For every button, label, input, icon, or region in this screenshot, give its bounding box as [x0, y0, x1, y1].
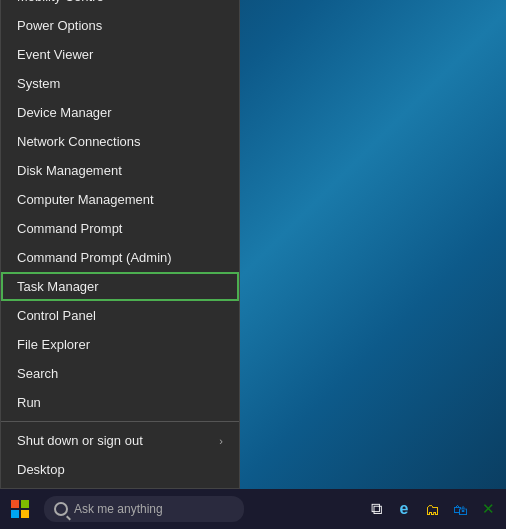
menu-item-label-computer-management: Computer Management	[17, 192, 154, 207]
menu-item-label-command-prompt-admin: Command Prompt (Admin)	[17, 250, 172, 265]
menu-item-event-viewer[interactable]: Event Viewer	[1, 40, 239, 69]
menu-item-label-power-options: Power Options	[17, 18, 102, 33]
menu-item-device-manager[interactable]: Device Manager	[1, 98, 239, 127]
menu-item-control-panel[interactable]: Control Panel	[1, 301, 239, 330]
menu-item-label-control-panel: Control Panel	[17, 308, 96, 323]
menu-item-label-shut-down: Shut down or sign out	[17, 433, 143, 448]
taskbar-search[interactable]: Ask me anything	[44, 496, 244, 522]
menu-divider	[1, 421, 239, 422]
search-icon	[54, 502, 68, 516]
menu-item-label-command-prompt: Command Prompt	[17, 221, 122, 236]
menu-item-label-run: Run	[17, 395, 41, 410]
file-explorer-icon[interactable]: 🗂	[420, 497, 444, 521]
menu-item-computer-management[interactable]: Computer Management	[1, 185, 239, 214]
menu-item-label-search: Search	[17, 366, 58, 381]
menu-item-label-disk-management: Disk Management	[17, 163, 122, 178]
taskbar: Ask me anything ⧉ e 🗂 🛍 ✕	[0, 489, 506, 529]
search-placeholder: Ask me anything	[74, 502, 163, 516]
taskbar-right-icons: ⧉ e 🗂 🛍 ✕	[364, 497, 506, 521]
menu-item-network-connections[interactable]: Network Connections	[1, 127, 239, 156]
store-icon[interactable]: 🛍	[448, 497, 472, 521]
menu-item-label-event-viewer: Event Viewer	[17, 47, 93, 62]
start-button[interactable]	[0, 489, 40, 529]
menu-item-label-task-manager: Task Manager	[17, 279, 99, 294]
edge-browser-icon[interactable]: e	[392, 497, 416, 521]
menu-item-shut-down[interactable]: Shut down or sign out›	[1, 426, 239, 455]
context-menu: Programs and FeaturesMobility CentrePowe…	[0, 0, 240, 489]
menu-item-command-prompt[interactable]: Command Prompt	[1, 214, 239, 243]
menu-item-file-explorer[interactable]: File Explorer	[1, 330, 239, 359]
menu-item-label-desktop: Desktop	[17, 462, 65, 477]
task-view-icon[interactable]: ⧉	[364, 497, 388, 521]
menu-item-system[interactable]: System	[1, 69, 239, 98]
desktop: Programs and FeaturesMobility CentrePowe…	[0, 0, 506, 529]
menu-item-label-mobility-centre: Mobility Centre	[17, 0, 104, 4]
menu-item-desktop[interactable]: Desktop	[1, 455, 239, 484]
menu-item-label-device-manager: Device Manager	[17, 105, 112, 120]
menu-item-mobility-centre[interactable]: Mobility Centre	[1, 0, 239, 11]
menu-item-power-options[interactable]: Power Options	[1, 11, 239, 40]
menu-arrow-icon: ›	[219, 435, 223, 447]
menu-item-label-system: System	[17, 76, 60, 91]
xbox-icon[interactable]: ✕	[476, 497, 500, 521]
menu-item-search[interactable]: Search	[1, 359, 239, 388]
menu-item-label-file-explorer: File Explorer	[17, 337, 90, 352]
menu-item-run[interactable]: Run	[1, 388, 239, 417]
menu-item-task-manager[interactable]: Task Manager	[1, 272, 239, 301]
menu-item-disk-management[interactable]: Disk Management	[1, 156, 239, 185]
menu-item-command-prompt-admin[interactable]: Command Prompt (Admin)	[1, 243, 239, 272]
menu-item-label-network-connections: Network Connections	[17, 134, 141, 149]
windows-logo-icon	[11, 500, 29, 518]
